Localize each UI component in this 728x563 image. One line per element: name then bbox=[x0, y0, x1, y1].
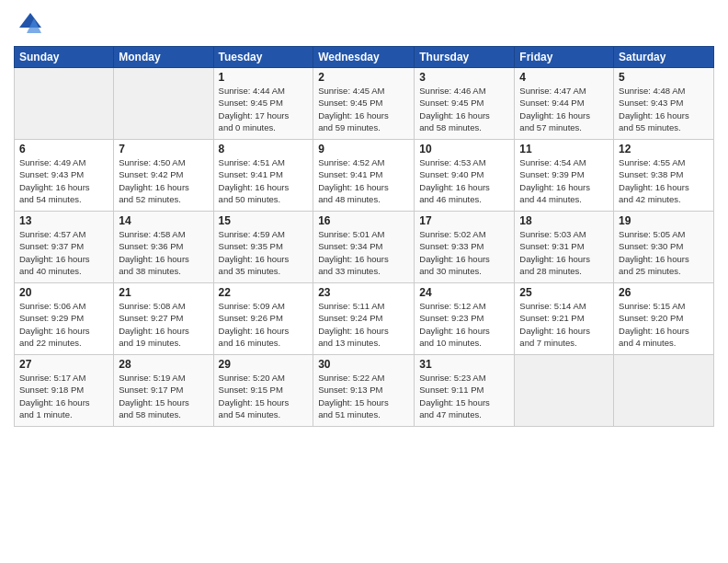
day-detail: Sunrise: 4:54 AM Sunset: 9:39 PM Dayligh… bbox=[519, 156, 609, 205]
day-number: 29 bbox=[219, 358, 309, 371]
day-cell: 6Sunrise: 4:49 AM Sunset: 9:43 PM Daylig… bbox=[15, 140, 114, 212]
day-cell: 11Sunrise: 4:54 AM Sunset: 9:39 PM Dayli… bbox=[515, 140, 614, 212]
day-detail: Sunrise: 4:45 AM Sunset: 9:45 PM Dayligh… bbox=[318, 85, 409, 133]
day-detail: Sunrise: 5:15 AM Sunset: 9:20 PM Dayligh… bbox=[619, 300, 709, 349]
day-cell: 27Sunrise: 5:17 AM Sunset: 9:18 PM Dayli… bbox=[15, 355, 114, 427]
day-detail: Sunrise: 5:06 AM Sunset: 9:29 PM Dayligh… bbox=[19, 300, 108, 349]
day-cell: 16Sunrise: 5:01 AM Sunset: 9:34 PM Dayli… bbox=[313, 212, 415, 283]
day-header-saturday: Saturday bbox=[614, 47, 714, 68]
day-detail: Sunrise: 5:19 AM Sunset: 9:17 PM Dayligh… bbox=[119, 372, 208, 420]
day-cell: 19Sunrise: 5:05 AM Sunset: 9:30 PM Dayli… bbox=[614, 212, 714, 283]
day-cell: 31Sunrise: 5:23 AM Sunset: 9:11 PM Dayli… bbox=[415, 355, 515, 427]
week-row-5: 27Sunrise: 5:17 AM Sunset: 9:18 PM Dayli… bbox=[15, 355, 714, 427]
day-number: 2 bbox=[318, 71, 409, 84]
day-detail: Sunrise: 4:48 AM Sunset: 9:43 PM Dayligh… bbox=[619, 85, 709, 133]
svg-marker-0 bbox=[19, 13, 41, 28]
day-cell: 21Sunrise: 5:08 AM Sunset: 9:27 PM Dayli… bbox=[114, 283, 213, 355]
day-detail: Sunrise: 5:20 AM Sunset: 9:15 PM Dayligh… bbox=[219, 372, 309, 420]
day-header-monday: Monday bbox=[114, 47, 213, 68]
day-detail: Sunrise: 4:53 AM Sunset: 9:40 PM Dayligh… bbox=[419, 156, 509, 205]
day-detail: Sunrise: 5:23 AM Sunset: 9:11 PM Dayligh… bbox=[419, 372, 509, 420]
day-number: 4 bbox=[519, 71, 609, 84]
day-cell: 15Sunrise: 4:59 AM Sunset: 9:35 PM Dayli… bbox=[213, 212, 313, 283]
day-cell: 12Sunrise: 4:55 AM Sunset: 9:38 PM Dayli… bbox=[614, 140, 714, 212]
day-number: 19 bbox=[619, 214, 709, 227]
day-cell: 30Sunrise: 5:22 AM Sunset: 9:13 PM Dayli… bbox=[313, 355, 415, 427]
day-number: 26 bbox=[619, 286, 709, 299]
day-detail: Sunrise: 5:01 AM Sunset: 9:34 PM Dayligh… bbox=[318, 228, 409, 277]
day-detail: Sunrise: 5:22 AM Sunset: 9:13 PM Dayligh… bbox=[318, 372, 409, 420]
day-cell: 1Sunrise: 4:44 AM Sunset: 9:45 PM Daylig… bbox=[213, 68, 313, 140]
day-number: 22 bbox=[219, 286, 309, 299]
day-detail: Sunrise: 5:03 AM Sunset: 9:31 PM Dayligh… bbox=[519, 228, 609, 277]
day-cell: 26Sunrise: 5:15 AM Sunset: 9:20 PM Dayli… bbox=[614, 283, 714, 355]
day-detail: Sunrise: 5:14 AM Sunset: 9:21 PM Dayligh… bbox=[519, 300, 609, 349]
week-row-2: 6Sunrise: 4:49 AM Sunset: 9:43 PM Daylig… bbox=[15, 140, 714, 212]
day-number: 7 bbox=[119, 143, 208, 155]
day-cell: 23Sunrise: 5:11 AM Sunset: 9:24 PM Dayli… bbox=[313, 283, 415, 355]
day-number: 28 bbox=[119, 358, 208, 371]
day-detail: Sunrise: 4:52 AM Sunset: 9:41 PM Dayligh… bbox=[318, 156, 409, 205]
day-detail: Sunrise: 4:49 AM Sunset: 9:43 PM Dayligh… bbox=[19, 156, 108, 205]
day-cell: 29Sunrise: 5:20 AM Sunset: 9:15 PM Dayli… bbox=[213, 355, 313, 427]
day-cell: 17Sunrise: 5:02 AM Sunset: 9:33 PM Dayli… bbox=[415, 212, 515, 283]
day-cell: 22Sunrise: 5:09 AM Sunset: 9:26 PM Dayli… bbox=[213, 283, 313, 355]
day-number: 13 bbox=[19, 214, 108, 227]
day-cell: 18Sunrise: 5:03 AM Sunset: 9:31 PM Dayli… bbox=[515, 212, 614, 283]
day-detail: Sunrise: 5:02 AM Sunset: 9:33 PM Dayligh… bbox=[419, 228, 509, 277]
day-cell: 10Sunrise: 4:53 AM Sunset: 9:40 PM Dayli… bbox=[415, 140, 515, 212]
day-number: 6 bbox=[19, 143, 108, 155]
day-detail: Sunrise: 4:55 AM Sunset: 9:38 PM Dayligh… bbox=[619, 156, 709, 205]
day-cell: 24Sunrise: 5:12 AM Sunset: 9:23 PM Dayli… bbox=[415, 283, 515, 355]
day-number: 11 bbox=[519, 143, 609, 155]
day-number: 16 bbox=[318, 214, 409, 227]
day-number: 30 bbox=[318, 358, 409, 371]
day-number: 10 bbox=[419, 143, 509, 155]
day-detail: Sunrise: 4:46 AM Sunset: 9:45 PM Dayligh… bbox=[419, 85, 509, 133]
day-header-sunday: Sunday bbox=[15, 47, 114, 68]
logo bbox=[14, 9, 47, 39]
day-detail: Sunrise: 4:44 AM Sunset: 9:45 PM Dayligh… bbox=[219, 85, 309, 133]
day-number: 23 bbox=[318, 286, 409, 299]
day-detail: Sunrise: 4:58 AM Sunset: 9:36 PM Dayligh… bbox=[119, 228, 208, 277]
day-number: 12 bbox=[619, 143, 709, 155]
header bbox=[14, 9, 714, 39]
day-cell: 14Sunrise: 4:58 AM Sunset: 9:36 PM Dayli… bbox=[114, 212, 213, 283]
day-detail: Sunrise: 5:12 AM Sunset: 9:23 PM Dayligh… bbox=[419, 300, 509, 349]
day-number: 9 bbox=[318, 143, 409, 155]
day-detail: Sunrise: 5:05 AM Sunset: 9:30 PM Dayligh… bbox=[619, 228, 709, 277]
day-cell: 25Sunrise: 5:14 AM Sunset: 9:21 PM Dayli… bbox=[515, 283, 614, 355]
day-header-thursday: Thursday bbox=[415, 47, 515, 68]
day-header-friday: Friday bbox=[515, 47, 614, 68]
day-header-tuesday: Tuesday bbox=[213, 47, 313, 68]
day-detail: Sunrise: 5:17 AM Sunset: 9:18 PM Dayligh… bbox=[19, 372, 108, 420]
day-number: 17 bbox=[419, 214, 509, 227]
day-cell bbox=[614, 355, 714, 427]
day-cell: 5Sunrise: 4:48 AM Sunset: 9:43 PM Daylig… bbox=[614, 68, 714, 140]
day-cell: 13Sunrise: 4:57 AM Sunset: 9:37 PM Dayli… bbox=[15, 212, 114, 283]
day-detail: Sunrise: 4:47 AM Sunset: 9:44 PM Dayligh… bbox=[519, 85, 609, 133]
day-detail: Sunrise: 4:59 AM Sunset: 9:35 PM Dayligh… bbox=[219, 228, 309, 277]
day-number: 24 bbox=[419, 286, 509, 299]
day-cell: 20Sunrise: 5:06 AM Sunset: 9:29 PM Dayli… bbox=[15, 283, 114, 355]
day-number: 21 bbox=[119, 286, 208, 299]
day-number: 8 bbox=[219, 143, 309, 155]
day-cell: 3Sunrise: 4:46 AM Sunset: 9:45 PM Daylig… bbox=[415, 68, 515, 140]
day-cell: 9Sunrise: 4:52 AM Sunset: 9:41 PM Daylig… bbox=[313, 140, 415, 212]
day-cell bbox=[15, 68, 114, 140]
day-cell bbox=[114, 68, 213, 140]
header-row: SundayMondayTuesdayWednesdayThursdayFrid… bbox=[15, 47, 714, 68]
day-number: 1 bbox=[219, 71, 309, 84]
day-cell: 7Sunrise: 4:50 AM Sunset: 9:42 PM Daylig… bbox=[114, 140, 213, 212]
week-row-3: 13Sunrise: 4:57 AM Sunset: 9:37 PM Dayli… bbox=[15, 212, 714, 283]
day-number: 25 bbox=[519, 286, 609, 299]
day-number: 27 bbox=[19, 358, 108, 371]
day-detail: Sunrise: 5:09 AM Sunset: 9:26 PM Dayligh… bbox=[219, 300, 309, 349]
day-detail: Sunrise: 5:11 AM Sunset: 9:24 PM Dayligh… bbox=[318, 300, 409, 349]
day-detail: Sunrise: 4:51 AM Sunset: 9:41 PM Dayligh… bbox=[219, 156, 309, 205]
day-number: 3 bbox=[419, 71, 509, 84]
calendar: SundayMondayTuesdayWednesdayThursdayFrid… bbox=[14, 46, 714, 427]
day-detail: Sunrise: 4:57 AM Sunset: 9:37 PM Dayligh… bbox=[19, 228, 108, 277]
week-row-1: 1Sunrise: 4:44 AM Sunset: 9:45 PM Daylig… bbox=[15, 68, 714, 140]
day-number: 20 bbox=[19, 286, 108, 299]
